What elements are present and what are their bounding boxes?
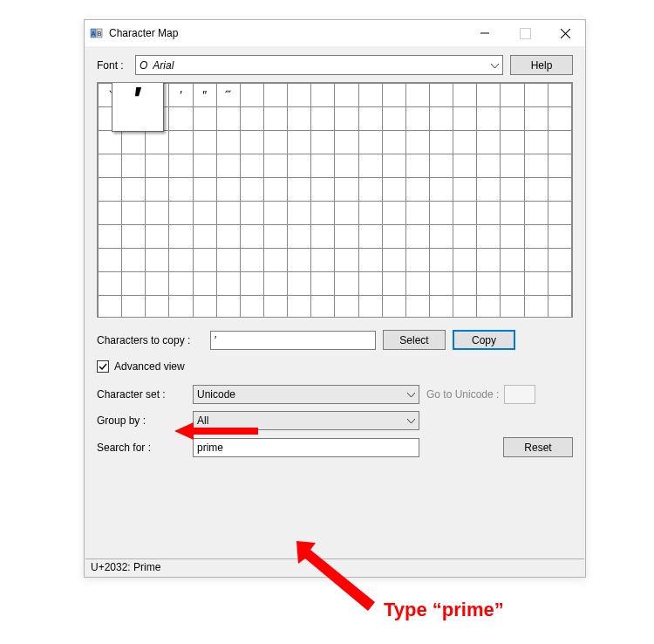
grid-cell[interactable] [263, 249, 287, 272]
grid-cell[interactable] [524, 225, 548, 249]
grid-cell[interactable] [288, 154, 311, 178]
grid-cell[interactable] [477, 107, 501, 131]
grid-cell[interactable] [193, 249, 216, 272]
grid-cell[interactable] [146, 296, 169, 319]
grid-cell[interactable] [429, 107, 453, 131]
grid-cell[interactable] [429, 249, 453, 272]
character-grid[interactable]: ‵‶‷′″‴ ′ [97, 82, 573, 318]
grid-cell[interactable] [548, 202, 571, 225]
grid-cell[interactable] [453, 154, 477, 178]
grid-cell[interactable] [524, 131, 548, 154]
grid-cell[interactable] [169, 296, 193, 319]
grid-cell[interactable] [99, 272, 122, 296]
grid-cell[interactable] [335, 225, 358, 249]
select-button[interactable]: Select [383, 330, 446, 350]
grid-cell[interactable] [429, 272, 453, 296]
grid-cell[interactable] [501, 84, 524, 107]
grid-cell[interactable] [122, 296, 146, 319]
grid-cell[interactable] [311, 249, 335, 272]
grid-cell[interactable] [405, 154, 429, 178]
grid-cell[interactable] [240, 178, 263, 202]
grid-cell[interactable] [311, 107, 335, 131]
grid-cell[interactable] [193, 272, 216, 296]
grid-cell[interactable] [358, 131, 382, 154]
groupby-select[interactable]: All [193, 411, 419, 430]
grid-cell[interactable] [477, 178, 501, 202]
grid-cell[interactable] [524, 249, 548, 272]
copy-button[interactable]: Copy [453, 330, 515, 350]
grid-cell[interactable] [548, 225, 571, 249]
grid-cell[interactable] [99, 225, 122, 249]
grid-cell[interactable] [263, 84, 287, 107]
grid-cell[interactable] [216, 202, 240, 225]
grid-cell[interactable] [382, 249, 405, 272]
grid-cell[interactable] [501, 272, 524, 296]
grid-cell[interactable] [335, 249, 358, 272]
grid-cell[interactable] [405, 225, 429, 249]
grid-cell[interactable] [263, 272, 287, 296]
grid-cell[interactable] [240, 107, 263, 131]
grid-cell[interactable] [288, 249, 311, 272]
grid-cell[interactable] [548, 249, 571, 272]
grid-cell[interactable] [169, 225, 193, 249]
grid-cell[interactable] [548, 84, 571, 107]
grid-cell[interactable] [358, 272, 382, 296]
grid-cell[interactable] [263, 154, 287, 178]
grid-cell[interactable] [548, 154, 571, 178]
grid-cell[interactable] [382, 178, 405, 202]
grid-cell[interactable] [501, 296, 524, 319]
grid-cell[interactable] [524, 178, 548, 202]
grid-cell[interactable] [263, 202, 287, 225]
font-select[interactable]: O Arial [135, 55, 503, 75]
grid-cell[interactable] [99, 178, 122, 202]
grid-cell[interactable]: ″ [193, 84, 216, 107]
grid-cell[interactable] [548, 178, 571, 202]
reset-button[interactable]: Reset [503, 437, 573, 457]
grid-cell[interactable] [240, 249, 263, 272]
grid-cell[interactable] [146, 225, 169, 249]
grid-cell[interactable] [193, 296, 216, 319]
grid-cell[interactable] [169, 107, 193, 131]
grid-cell[interactable] [311, 154, 335, 178]
grid-cell[interactable] [169, 178, 193, 202]
grid-cell[interactable] [335, 84, 358, 107]
grid-cell[interactable] [216, 296, 240, 319]
grid-cell[interactable] [429, 202, 453, 225]
grid-cell[interactable] [193, 131, 216, 154]
grid-cell[interactable] [240, 154, 263, 178]
grid-cell[interactable] [477, 296, 501, 319]
grid-cell[interactable] [240, 296, 263, 319]
grid-cell[interactable] [453, 202, 477, 225]
grid-cell[interactable] [288, 178, 311, 202]
grid-cell[interactable] [358, 154, 382, 178]
grid-cell[interactable] [453, 225, 477, 249]
close-button[interactable] [545, 20, 585, 46]
search-input[interactable] [193, 438, 419, 457]
maximize-button[interactable] [505, 20, 545, 46]
grid-cell[interactable] [311, 225, 335, 249]
grid-cell[interactable] [169, 154, 193, 178]
grid-cell[interactable] [216, 131, 240, 154]
grid-cell[interactable] [429, 131, 453, 154]
grid-cell[interactable] [335, 107, 358, 131]
grid-cell[interactable]: ′ [169, 84, 193, 107]
grid-cell[interactable] [335, 296, 358, 319]
grid-cell[interactable] [524, 154, 548, 178]
grid-cell[interactable] [358, 225, 382, 249]
grid-cell[interactable] [501, 202, 524, 225]
grid-cell[interactable] [358, 84, 382, 107]
grid-cell[interactable] [382, 225, 405, 249]
grid-cell[interactable] [146, 272, 169, 296]
grid-cell[interactable] [453, 249, 477, 272]
grid-cell[interactable] [453, 178, 477, 202]
grid-cell[interactable] [501, 107, 524, 131]
grid-cell[interactable] [122, 131, 146, 154]
grid-cell[interactable] [335, 131, 358, 154]
grid-cell[interactable] [288, 202, 311, 225]
grid-cell[interactable] [477, 131, 501, 154]
grid-cell[interactable] [311, 178, 335, 202]
grid-cell[interactable] [99, 154, 122, 178]
grid-cell[interactable] [216, 178, 240, 202]
grid-cell[interactable] [240, 272, 263, 296]
grid-cell[interactable] [193, 202, 216, 225]
